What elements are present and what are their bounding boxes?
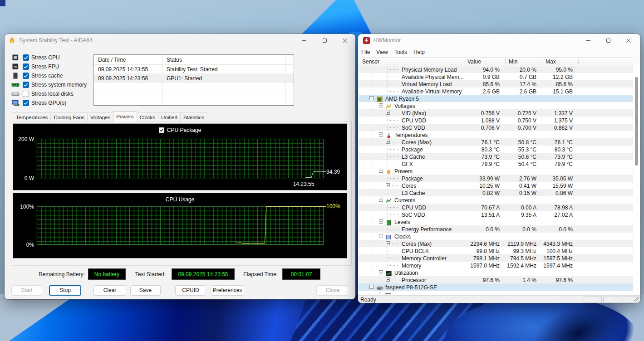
collapse-box[interactable]: - xyxy=(369,285,374,289)
stress-option-stress-local-disks[interactable]: Stress local disks xyxy=(11,89,87,98)
stress-option-stress-cache[interactable]: Stress cache xyxy=(11,71,87,80)
collapse-box[interactable]: - xyxy=(379,270,383,274)
tab-clocks[interactable]: Clocks xyxy=(137,112,159,122)
menu-file[interactable]: File xyxy=(361,49,370,55)
tab-cooling-fans[interactable]: Cooling Fans xyxy=(51,112,88,122)
hwmonitor-minimize-button[interactable] xyxy=(580,34,596,47)
aida64-close-button[interactable] xyxy=(337,34,353,47)
column-header-max[interactable]: Max xyxy=(546,58,556,65)
column-header-min[interactable]: Min xyxy=(509,58,517,65)
expand-box[interactable]: + xyxy=(386,278,390,282)
elapsed-time-value: 00:01:07 xyxy=(282,268,320,280)
log-row-1[interactable]: 09.09.2025 14:23:55Stability Test: Start… xyxy=(94,65,294,74)
menu-tools[interactable]: Tools xyxy=(394,49,407,55)
cpu-usage-chart: CPU Usage 100% 0% 100% xyxy=(13,193,347,258)
log-row-3[interactable] xyxy=(94,83,294,92)
resize-grip[interactable] xyxy=(634,297,639,302)
sensor-row-levels[interactable]: -Levels xyxy=(359,218,633,225)
start-button[interactable]: Start xyxy=(11,285,42,296)
log-row-5[interactable] xyxy=(94,101,294,110)
sensor-row-l3-cache[interactable]: L3 Cache0.82 W0.15 W0.86 W xyxy=(359,189,633,196)
sensor-table-header[interactable]: Sensor Value Min Max xyxy=(359,57,633,65)
tab-temperatures[interactable]: Temperatures xyxy=(13,112,51,122)
stress-option-stress-fpu[interactable]: %Stress FPU xyxy=(11,62,87,71)
stability-log-table[interactable]: Date / Time Status 09.09.2025 14:23:55St… xyxy=(93,54,294,106)
sensor-row-physical-memory-load[interactable]: Physical Memory Load94.0 %20.0 %95.0 % xyxy=(359,66,633,73)
expand-box[interactable]: + xyxy=(386,241,390,245)
sensor-row-l3-cache[interactable]: L3 Cache73.9 °C50.6 °C73.9 °C xyxy=(359,153,633,160)
collapse-box[interactable]: - xyxy=(379,198,383,202)
sensor-row-cpu-vdd[interactable]: CPU VDD70.67 A0.00 A78.98 A xyxy=(359,204,633,211)
stress-checkbox[interactable] xyxy=(23,91,29,97)
collapse-box[interactable]: - xyxy=(379,234,383,238)
sensor-row-processor[interactable]: +Processor97.6 %1.4 %97.6 % xyxy=(359,276,633,283)
stress-checkbox[interactable] xyxy=(23,82,29,88)
collapse-box[interactable]: - xyxy=(379,219,383,224)
log-row-2[interactable]: 09.09.2025 14:23:56GPU1: Started xyxy=(94,74,294,83)
tab-voltages[interactable]: Voltages xyxy=(88,112,113,122)
stress-checkbox[interactable] xyxy=(23,100,29,106)
collapse-box[interactable]: - xyxy=(369,96,374,100)
stress-option-stress-cpu[interactable]: Stress CPU xyxy=(11,53,87,62)
sensor-row-faspeed-p8-512g-se[interactable]: -faspeed P8-512G-SE xyxy=(359,283,633,291)
close-button[interactable]: Close xyxy=(316,285,349,296)
aida64-maximize-button[interactable] xyxy=(317,34,332,47)
sensor-row-cpu-vdd[interactable]: CPU VDD1.088 V0.750 V1.375 V xyxy=(359,117,633,124)
stress-checkbox[interactable] xyxy=(23,73,29,79)
cpuid-button[interactable]: CPUID xyxy=(175,285,206,296)
sensor-row-package[interactable]: Package80.3 °C55.3 °C80.3 °C xyxy=(359,146,633,153)
sensor-row-utilization[interactable]: -Utilization xyxy=(359,269,633,276)
hwmonitor-close-button[interactable] xyxy=(621,34,636,47)
clear-button[interactable]: Clear xyxy=(93,285,126,296)
sensor-row-memory[interactable]: Memory1597.0 MHz1592.4 MHz1597.4 MHz xyxy=(359,262,633,269)
stress-option-stress-gpu-s[interactable]: Stress GPU(s) xyxy=(11,98,87,107)
preferences-button[interactable]: Preferences xyxy=(211,285,244,296)
aida64-minimize-button[interactable] xyxy=(296,34,312,47)
menu-view[interactable]: View xyxy=(376,49,388,55)
log-row-4[interactable] xyxy=(94,92,294,101)
sensor-row-temperatures[interactable]: -Temperatures xyxy=(359,131,633,138)
collapse-box[interactable]: - xyxy=(379,103,383,107)
remaining-battery-label: Remaining Battery: xyxy=(5,271,85,278)
stress-checkbox[interactable] xyxy=(23,54,29,61)
scrollbar-thumb[interactable] xyxy=(635,77,638,166)
sensor-row-currents[interactable]: -Currents xyxy=(359,196,633,204)
sensor-row-cores-max-[interactable]: +Cores (Max)2294.6 MHz2119.9 MHz4343.3 M… xyxy=(359,240,633,247)
sensor-row-cores-max-[interactable]: +Cores (Max)76.1 °C50.8 °C76.1 °C xyxy=(359,138,633,146)
sensor-row-amd-ryzen-5[interactable]: -AMD Ryzen 5 xyxy=(359,95,633,102)
sensor-row-available-physical-mem-[interactable]: Available Physical Mem...0.9 GB0.7 GB12.… xyxy=(359,73,633,80)
sensor-row-vid-max-[interactable]: +VID (Max)0.756 V0.725 V1.337 V xyxy=(359,109,633,117)
expand-box[interactable]: + xyxy=(386,140,390,144)
sensor-row-memory-controller[interactable]: Memory Controller798.1 MHz794.5 MHz1597.… xyxy=(359,254,633,262)
sensor-row-cpu-bclk[interactable]: CPU BCLK99.8 MHz99.3 MHz100.4 MHz xyxy=(359,247,633,254)
sensor-row-virtual-memory-load[interactable]: Virtual Memory Load85.6 %17.4 %85.6 % xyxy=(359,80,633,88)
collapse-box[interactable]: - xyxy=(379,132,383,136)
collapse-box[interactable]: - xyxy=(379,169,383,173)
column-header-value[interactable]: Value xyxy=(467,58,481,65)
expand-box[interactable]: + xyxy=(386,111,390,115)
stop-button[interactable]: Stop xyxy=(49,285,81,296)
sensor-row-voltages[interactable]: -Voltages xyxy=(359,102,633,109)
sensor-row-soc-vdd[interactable]: SoC VDD0.706 V0.700 V0.862 V xyxy=(359,124,633,131)
stress-checkbox[interactable] xyxy=(23,63,29,70)
sensor-list-scrollbar[interactable] xyxy=(633,65,640,294)
sensor-row-soc-vdd[interactable]: SoC VDD13.51 A9.35 A27.02 A xyxy=(359,211,633,218)
stress-option-stress-system-memory[interactable]: Stress system memory xyxy=(11,80,87,89)
expand-box[interactable]: + xyxy=(386,183,390,187)
sensor-row-cores[interactable]: +Cores10.25 W0.41 W15.59 W xyxy=(359,182,633,189)
sensor-row-clocks[interactable]: -Clocks xyxy=(359,233,633,240)
sensor-row-available-virtual-memory[interactable]: Available Virtual Memory2.6 GB2.6 GB15.1… xyxy=(359,88,633,95)
sensor-row-powers[interactable]: -Powers xyxy=(359,167,633,175)
menu-help[interactable]: Help xyxy=(413,49,425,55)
tab-statistics[interactable]: Statistics xyxy=(181,112,207,122)
column-header-sensor[interactable]: Sensor xyxy=(362,58,379,65)
hwmonitor-maximize-button[interactable] xyxy=(600,34,616,47)
sensor-row-gfx[interactable]: GFX79.9 °C50.4 °C79.9 °C xyxy=(359,160,633,167)
hwmonitor-titlebar[interactable]: HWMonitor xyxy=(358,34,640,47)
tab-unified[interactable]: Unified xyxy=(158,112,181,122)
sensor-row-package[interactable]: Package33.99 W2.76 W35.05 W xyxy=(359,175,633,182)
log-table-header: Date / Time Status xyxy=(94,55,294,65)
tab-powers[interactable]: Powers xyxy=(113,111,137,122)
save-button[interactable]: Save xyxy=(130,285,161,296)
sensor-row-energy-performance[interactable]: Energy Performance0.0 %0.0 %0.0 % xyxy=(359,225,633,233)
